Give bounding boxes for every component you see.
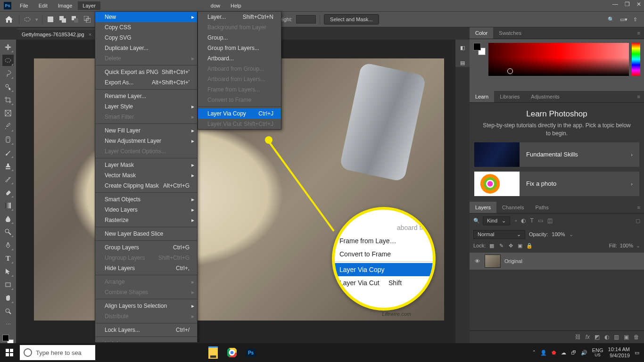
panel-menu-icon[interactable]: ≡ — [634, 91, 644, 102]
menu-item[interactable]: Create Clipping MaskAlt+Ctrl+G — [95, 181, 197, 191]
lasso-tool[interactable] — [2, 68, 14, 79]
sel-add-icon[interactable] — [58, 15, 67, 24]
eyedropper-tool[interactable] — [2, 121, 14, 132]
sel-int-icon[interactable] — [83, 15, 91, 24]
menu-item[interactable]: Lock Layers...Ctrl+/ — [95, 325, 197, 335]
new-layer-icon[interactable]: ▣ — [624, 334, 629, 340]
history-brush-tool[interactable] — [2, 173, 14, 185]
edit-toolbar[interactable]: ⋯ — [2, 319, 14, 330]
dodge-tool[interactable] — [2, 226, 14, 238]
path-select-tool[interactable] — [2, 266, 14, 277]
filter-shape-icon[interactable]: ▭ — [538, 217, 543, 224]
home-button[interactable] — [3, 14, 15, 25]
menu-item[interactable]: Export As...Alt+Shift+Ctrl+' — [95, 77, 197, 88]
move-tool[interactable] — [2, 41, 14, 53]
hand-tool[interactable] — [2, 292, 14, 304]
tray-volume-icon[interactable]: 🔊 — [581, 350, 587, 356]
rectangle-tool[interactable] — [2, 279, 14, 290]
type-tool[interactable]: T — [2, 253, 14, 264]
menu-item[interactable]: New Fill Layer▸ — [95, 125, 197, 136]
menu-image[interactable]: Image — [53, 1, 77, 10]
learn-card-fundamentals[interactable]: Fundamental Skills › — [474, 142, 639, 167]
filter-smart-icon[interactable]: ◫ — [547, 217, 553, 224]
layer-row[interactable]: 👁 Original — [470, 253, 644, 270]
blur-tool[interactable] — [2, 213, 14, 224]
clock-time[interactable]: 10:14 AM — [608, 346, 630, 353]
tab-swatches[interactable]: Swatches — [493, 27, 527, 39]
close-tab-icon[interactable]: × — [89, 32, 91, 37]
menu-item[interactable]: Rename Layer... — [95, 91, 197, 101]
tab-layers[interactable]: Layers — [470, 202, 496, 213]
hue-strip[interactable] — [632, 43, 640, 76]
fx-icon[interactable]: fx — [586, 334, 590, 340]
marquee-tool[interactable] — [2, 55, 14, 66]
tab-color[interactable]: Color — [470, 27, 493, 39]
tray-people-icon[interactable]: 👤 — [540, 350, 547, 356]
menu-item[interactable]: Hide LayersCtrl+, — [95, 263, 197, 273]
select-and-mask-button[interactable]: Select and Mask... — [324, 14, 379, 25]
crop-tool[interactable] — [2, 94, 14, 106]
taskbar-explorer[interactable]: ▂ — [204, 343, 223, 362]
menu-item[interactable]: New Adjustment Layer▸ — [95, 136, 197, 146]
menu-item[interactable]: Group... — [198, 33, 281, 43]
workspace-icon[interactable]: ▭▾ — [620, 16, 627, 23]
tab-adjustments[interactable]: Adjustments — [525, 91, 565, 102]
menu-edit[interactable]: Edit — [34, 1, 52, 10]
menu-item[interactable]: Artboard... — [198, 53, 281, 64]
menu-item[interactable]: Copy CSS — [95, 22, 197, 33]
menu-window[interactable]: dow — [206, 1, 225, 10]
gradient-tool[interactable] — [2, 200, 14, 211]
tab-paths[interactable]: Paths — [530, 202, 554, 213]
filter-pixel-icon[interactable]: ▫ — [515, 217, 517, 224]
taskbar-search[interactable]: Type here to sea — [20, 345, 95, 360]
menu-item[interactable]: New▸ — [95, 12, 197, 22]
sel-new-icon[interactable] — [46, 15, 55, 24]
learn-card-fixphoto[interactable]: Fix a photo › — [474, 172, 639, 196]
menu-item[interactable]: Layer Via CopyCtrl+J — [198, 108, 281, 119]
opacity-value[interactable]: 100% — [552, 231, 565, 237]
tab-channels[interactable]: Channels — [496, 202, 529, 213]
menu-item[interactable]: Duplicate Layer... — [95, 43, 197, 53]
minimize-button[interactable]: — — [612, 1, 618, 8]
fill-value[interactable]: 100% — [620, 243, 633, 248]
properties-panel-icon[interactable]: ▤ — [458, 58, 467, 67]
marquee-tool-icon[interactable] — [23, 15, 32, 24]
menu-help[interactable]: Help — [226, 1, 246, 10]
panel-menu-icon[interactable]: ≡ — [634, 202, 644, 213]
height-field[interactable] — [296, 15, 316, 24]
document-tab[interactable]: GettyImages-76185342.jpg × — [17, 29, 96, 40]
tray-security-icon[interactable]: ⬟ — [552, 350, 556, 356]
zoom-tool[interactable] — [2, 305, 14, 317]
menu-item[interactable]: Vector Mask▸ — [95, 170, 197, 181]
maximize-button[interactable]: ❐ — [625, 1, 630, 8]
menu-item[interactable]: Group from Layers... — [198, 43, 281, 53]
mask-icon[interactable]: ◩ — [594, 334, 600, 340]
tray-network-icon[interactable]: 🗗 — [571, 350, 576, 355]
tray-overflow-icon[interactable]: ˄ — [533, 350, 536, 356]
menu-item[interactable]: Rasterize▸ — [95, 215, 197, 225]
blend-mode-select[interactable]: Normal⌄ — [473, 230, 525, 239]
stamp-tool[interactable] — [2, 160, 14, 172]
filter-type-icon[interactable]: T — [530, 217, 533, 224]
eraser-tool[interactable] — [2, 187, 14, 198]
menu-item[interactable]: Video Layers▸ — [95, 205, 197, 215]
taskbar-chrome[interactable] — [223, 343, 241, 362]
start-button[interactable] — [0, 349, 19, 356]
menu-item[interactable]: New Layer Based Slice — [95, 229, 197, 239]
search-icon[interactable]: 🔍 — [608, 16, 614, 23]
tray-onedrive-icon[interactable]: ☁ — [561, 350, 566, 356]
group-icon[interactable]: ▥ — [614, 334, 619, 340]
taskbar-photoshop[interactable]: Ps — [241, 343, 260, 362]
tab-libraries[interactable]: Libraries — [494, 91, 525, 102]
close-button[interactable]: ✕ — [636, 1, 641, 8]
menu-item[interactable]: Layer Mask▸ — [95, 160, 197, 170]
panel-menu-icon[interactable]: ≡ — [634, 27, 644, 39]
link-layers-icon[interactable]: ⛓ — [575, 334, 581, 340]
heal-tool[interactable] — [2, 134, 14, 145]
tab-learn[interactable]: Learn — [470, 91, 494, 102]
layer-kind-select[interactable]: Kind ⌄ — [483, 216, 510, 225]
menu-item[interactable]: Group LayersCtrl+G — [95, 242, 197, 253]
quick-select-tool[interactable] — [2, 81, 14, 92]
menu-layer[interactable]: Layer — [78, 1, 100, 10]
color-fgbg-swatch[interactable] — [473, 43, 486, 55]
